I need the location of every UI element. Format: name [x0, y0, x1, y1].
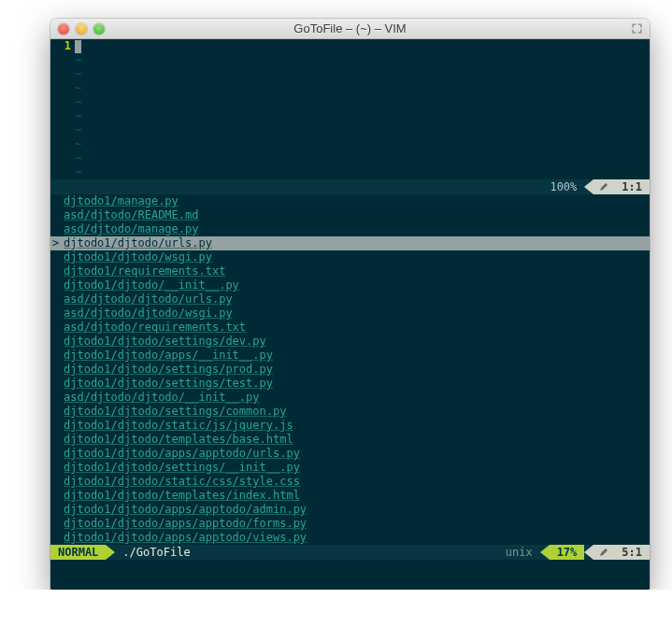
file-list-item[interactable]: djtodo1/djtodo/apps/apptodo/admin.py	[50, 503, 650, 517]
selection-marker	[52, 531, 62, 545]
file-path: djtodo1/manage.py	[64, 194, 179, 208]
file-list-item[interactable]: djtodo1/djtodo/settings/test.py	[50, 377, 650, 391]
selection-marker	[52, 349, 62, 363]
file-list-item[interactable]: djtodo1/requirements.txt	[50, 264, 650, 278]
separator-icon	[198, 545, 207, 560]
mode-indicator: NORMAL	[50, 545, 106, 560]
selection-marker	[52, 306, 62, 321]
selection-marker	[52, 292, 62, 306]
file-path: asd/djtodo/requirements.txt	[64, 321, 246, 335]
empty-line: ~	[50, 165, 650, 179]
selection-marker	[52, 194, 62, 208]
empty-line: ~	[50, 81, 650, 95]
file-list-item[interactable]: asd/djtodo/djtodo/wsgi.py	[50, 306, 650, 321]
separator-icon	[540, 545, 550, 560]
file-list-item[interactable]: djtodo1/djtodo/static/css/style.css	[50, 475, 650, 489]
file-list-item[interactable]: djtodo1/djtodo/static/js/jquery.js	[50, 419, 650, 433]
file-list-item[interactable]: asd/djtodo/README.md	[50, 208, 650, 222]
titlebar[interactable]: GoToFile – (~) – VIM	[50, 19, 650, 39]
selection-marker	[52, 503, 62, 517]
file-path: djtodo1/djtodo/settings/__init__.py	[64, 461, 300, 475]
separator-icon	[584, 179, 593, 194]
file-list[interactable]: djtodo1/manage.py asd/djtodo/README.md a…	[50, 194, 650, 545]
selection-marker	[52, 222, 62, 236]
fullscreen-icon[interactable]	[631, 23, 642, 35]
editor-percent: 100%	[542, 179, 584, 194]
selection-marker	[52, 419, 62, 433]
file-list-item[interactable]: djtodo1/djtodo/wsgi.py	[50, 250, 650, 264]
file-list-item[interactable]: asd/djtodo/requirements.txt	[50, 321, 650, 335]
separator-icon	[106, 545, 115, 560]
empty-line: ~	[50, 95, 650, 109]
file-list-item[interactable]: djtodo1/djtodo/templates/base.html	[50, 433, 650, 447]
zoom-icon[interactable]	[93, 23, 105, 35]
editor-line: 1	[50, 39, 650, 53]
command-area[interactable]	[50, 560, 650, 590]
file-list-item[interactable]: djtodo1/djtodo/apps/__init__.py	[50, 349, 650, 363]
empty-line: ~	[50, 109, 650, 123]
selection-marker	[52, 208, 62, 222]
file-path: djtodo1/djtodo/settings/dev.py	[64, 335, 266, 349]
file-list-item[interactable]: djtodo1/djtodo/templates/index.html	[50, 489, 650, 503]
selection-marker	[52, 335, 62, 349]
file-list-item[interactable]: djtodo1/djtodo/apps/apptodo/forms.py	[50, 517, 650, 531]
file-path: djtodo1/requirements.txt	[64, 264, 225, 278]
selection-marker	[52, 489, 62, 503]
minimize-icon[interactable]	[76, 23, 87, 35]
file-list-item[interactable]: djtodo1/djtodo/__init__.py	[50, 278, 650, 292]
selection-marker	[52, 264, 62, 278]
file-path: djtodo1/djtodo/wsgi.py	[64, 250, 212, 264]
file-path: djtodo1/djtodo/templates/index.html	[64, 489, 300, 503]
app-window: GoToFile – (~) – VIM 1 ~~~~~~~~~ 100% 1:…	[50, 19, 650, 590]
traffic-lights	[58, 23, 105, 35]
editor-pane[interactable]: 1 ~~~~~~~~~	[50, 39, 650, 179]
file-path: asd/djtodo/djtodo/urls.py	[64, 292, 233, 306]
file-path: djtodo1/djtodo/urls.py	[64, 236, 212, 250]
file-list-item[interactable]: djtodo1/djtodo/settings/dev.py	[50, 335, 650, 349]
pencil-icon	[593, 179, 614, 194]
file-path: djtodo1/djtodo/apps/apptodo/views.py	[64, 531, 307, 545]
file-list-item[interactable]: djtodo1/djtodo/apps/apptodo/views.py	[50, 531, 650, 545]
file-path: asd/djtodo/manage.py	[64, 222, 199, 236]
terminal[interactable]: 1 ~~~~~~~~~ 100% 1:1 djtodo1/manage.py a…	[50, 39, 650, 590]
file-path: djtodo1/djtodo/apps/apptodo/forms.py	[64, 517, 307, 531]
selection-marker: >	[52, 236, 62, 250]
file-list-item[interactable]: djtodo1/djtodo/apps/apptodo/urls.py	[50, 447, 650, 461]
file-list-item[interactable]: asd/djtodo/manage.py	[50, 222, 650, 236]
cursor	[75, 40, 81, 53]
file-path: djtodo1/djtodo/apps/apptodo/admin.py	[64, 503, 307, 517]
editor-statusbar: 100% 1:1	[50, 179, 650, 194]
selection-marker	[52, 461, 62, 475]
picker-statusbar: NORMAL ./GoToFile unix 17% 5:1	[50, 545, 650, 560]
selection-marker	[52, 475, 62, 489]
empty-line: ~	[50, 151, 650, 165]
empty-line: ~	[50, 67, 650, 81]
statusbar-spacer	[50, 179, 542, 194]
picker-percent: 17%	[550, 545, 585, 560]
selection-marker	[52, 433, 62, 447]
file-path: djtodo1/djtodo/templates/base.html	[64, 433, 293, 447]
file-list-item[interactable]: asd/djtodo/djtodo/urls.py	[50, 292, 650, 306]
file-list-item[interactable]: asd/djtodo/djtodo/__init__.py	[50, 391, 650, 405]
file-path: asd/djtodo/djtodo/wsgi.py	[64, 306, 233, 321]
file-path: djtodo1/djtodo/apps/__init__.py	[64, 349, 273, 363]
file-list-item[interactable]: djtodo1/djtodo/settings/prod.py	[50, 363, 650, 377]
picker-position: 5:1	[614, 545, 650, 560]
file-list-item[interactable]: djtodo1/djtodo/settings/__init__.py	[50, 461, 650, 475]
selection-marker	[52, 405, 62, 419]
close-icon[interactable]	[58, 23, 69, 35]
line-number: 1	[50, 39, 75, 53]
window-title: GoToFile – (~) – VIM	[50, 21, 650, 36]
file-path: djtodo1/djtodo/static/css/style.css	[64, 475, 300, 489]
separator-icon	[584, 545, 593, 560]
file-path: djtodo1/djtodo/apps/apptodo/urls.py	[64, 447, 300, 461]
file-path: djtodo1/djtodo/__init__.py	[64, 278, 239, 292]
selection-marker	[52, 278, 62, 292]
file-list-item[interactable]: djtodo1/djtodo/settings/common.py	[50, 405, 650, 419]
statusbar-spacer	[207, 545, 498, 560]
file-list-item[interactable]: >djtodo1/djtodo/urls.py	[50, 236, 650, 250]
file-path: asd/djtodo/README.md	[64, 208, 199, 222]
file-list-item[interactable]: djtodo1/manage.py	[50, 194, 650, 208]
selection-marker	[52, 250, 62, 264]
selection-marker	[52, 363, 62, 377]
